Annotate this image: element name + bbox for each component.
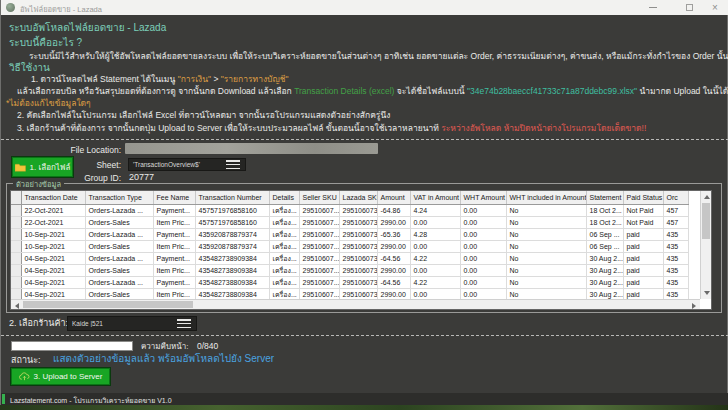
table-cell[interactable]: No: [506, 216, 586, 228]
table-cell[interactable]: 457: [663, 216, 688, 228]
table-cell[interactable]: paid: [623, 240, 663, 252]
table-row[interactable]: 10-Sep-2021Orders-SalesItem Pric...43592…: [11, 240, 688, 252]
scroll-right-icon[interactable]: [692, 303, 696, 309]
scroll-left-icon[interactable]: [15, 303, 19, 309]
shop-menu-icon[interactable]: [177, 319, 191, 328]
table-cell[interactable]: No: [506, 276, 586, 288]
table-cell[interactable]: 06 Sep ...: [586, 228, 623, 240]
shop-dropdown[interactable]: Kaide |521: [67, 316, 197, 331]
table-cell[interactable]: 295106073...: [339, 264, 377, 276]
table-row[interactable]: 04-Sep-2021Orders-SalesItem Pric...43548…: [11, 264, 688, 276]
column-header[interactable]: Paid Status: [623, 191, 663, 204]
column-header[interactable]: Transaction Date: [21, 191, 85, 204]
table-cell[interactable]: 18 Oct 2...: [586, 216, 623, 228]
column-header[interactable]: Lazada SKU: [339, 191, 377, 204]
table-cell[interactable]: Orders-Sales: [85, 216, 153, 228]
table-cell[interactable]: Orders-Lazada ...: [85, 204, 153, 216]
table-cell[interactable]: 30 Aug 2...: [586, 252, 623, 264]
table-cell[interactable]: 0.00: [460, 240, 506, 252]
table-cell[interactable]: Orders-Lazada ...: [85, 228, 153, 240]
table-cell[interactable]: 22-Oct-2021: [21, 204, 85, 216]
table-cell[interactable]: Item Pric...: [153, 240, 195, 252]
maximize-button[interactable]: [675, 0, 703, 15]
column-header[interactable]: Statement: [586, 191, 623, 204]
table-cell[interactable]: 2990.00: [377, 216, 410, 228]
table-cell[interactable]: No: [506, 228, 586, 240]
column-header[interactable]: Transaction Type: [85, 191, 153, 204]
table-cell[interactable]: Payment...: [153, 204, 195, 216]
table-cell[interactable]: 295106073...: [339, 240, 377, 252]
table-cell[interactable]: Orders-Sales: [85, 264, 153, 276]
table-cell[interactable]: 4.24: [410, 204, 460, 216]
table-cell[interactable]: เครื่อง...: [269, 264, 299, 276]
table-cell[interactable]: No: [506, 252, 586, 264]
table-cell[interactable]: 295106073...: [339, 204, 377, 216]
table-cell[interactable]: 04-Sep-2021: [21, 252, 85, 264]
table-cell[interactable]: 4.22: [410, 252, 460, 264]
sheet-dropdown[interactable]: 'TransactionOverview$': [128, 158, 246, 171]
table-cell[interactable]: 2990.00: [377, 240, 410, 252]
column-header[interactable]: Fee Name: [153, 191, 195, 204]
table-cell[interactable]: paid: [623, 264, 663, 276]
table-cell[interactable]: 0.00: [460, 276, 506, 288]
table-cell[interactable]: 0.00: [460, 264, 506, 276]
table-cell[interactable]: 457571976858160: [195, 216, 269, 228]
table-cell[interactable]: No: [506, 240, 586, 252]
table-cell[interactable]: 457: [663, 204, 688, 216]
table-cell[interactable]: -64.56: [377, 252, 410, 264]
table-cell[interactable]: 435482738909384: [195, 264, 269, 276]
table-cell[interactable]: 22-Oct-2021: [21, 216, 85, 228]
table-cell[interactable]: Item Pric...: [153, 216, 195, 228]
table-cell[interactable]: 295106073...: [339, 252, 377, 264]
table-cell[interactable]: Orders-Lazada ...: [85, 252, 153, 264]
table-cell[interactable]: 29510607...: [299, 204, 339, 216]
table-cell[interactable]: 295106073...: [339, 216, 377, 228]
table-cell[interactable]: 295106073...: [339, 228, 377, 240]
table-cell[interactable]: 04-Sep-2021: [21, 276, 85, 288]
table-cell[interactable]: เครื่อง...: [269, 204, 299, 216]
column-header[interactable]: VAT in Amount: [410, 191, 460, 204]
table-cell[interactable]: No: [506, 204, 586, 216]
table-cell[interactable]: 0.00: [460, 204, 506, 216]
table-cell[interactable]: เครื่อง...: [269, 276, 299, 288]
table-cell[interactable]: 4.28: [410, 228, 460, 240]
table-cell[interactable]: No: [506, 264, 586, 276]
column-header[interactable]: Orc: [663, 191, 688, 204]
table-cell[interactable]: -64.56: [377, 276, 410, 288]
table-cell[interactable]: paid: [623, 276, 663, 288]
table-cell[interactable]: 06 Sep ...: [586, 240, 623, 252]
table-cell[interactable]: 435920878879374: [195, 228, 269, 240]
table-cell[interactable]: Payment...: [153, 252, 195, 264]
table-cell[interactable]: Not Paid: [623, 216, 663, 228]
horizontal-scrollbar[interactable]: [11, 299, 700, 309]
upload-to-server-button[interactable]: 3. Upload to Server: [11, 368, 110, 385]
table-cell[interactable]: 0.00: [460, 216, 506, 228]
column-header[interactable]: Amount: [377, 191, 410, 204]
table-cell[interactable]: 2990.00: [377, 264, 410, 276]
table-cell[interactable]: Payment...: [153, 276, 195, 288]
table-cell[interactable]: Orders-Lazada ...: [85, 276, 153, 288]
table-cell[interactable]: 29510607...: [299, 216, 339, 228]
table-cell[interactable]: เครื่อง...: [269, 228, 299, 240]
table-cell[interactable]: -65.36: [377, 228, 410, 240]
table-cell[interactable]: 10-Sep-2021: [21, 228, 85, 240]
table-cell[interactable]: 04-Sep-2021: [21, 264, 85, 276]
table-cell[interactable]: 30 Aug 2...: [586, 264, 623, 276]
table-cell[interactable]: 295106073...: [339, 276, 377, 288]
table-cell[interactable]: 0.00: [460, 228, 506, 240]
table-cell[interactable]: paid: [623, 228, 663, 240]
table-cell[interactable]: 29510607...: [299, 228, 339, 240]
table-cell[interactable]: 29510607...: [299, 276, 339, 288]
table-row[interactable]: 22-Oct-2021Orders-SalesItem Pric...45757…: [11, 216, 688, 228]
table-cell[interactable]: Item Pric...: [153, 264, 195, 276]
table-cell[interactable]: 435: [663, 264, 688, 276]
close-button[interactable]: ×: [701, 0, 728, 15]
table-cell[interactable]: 0.00: [460, 252, 506, 264]
table-cell[interactable]: Payment...: [153, 228, 195, 240]
table-cell[interactable]: 457571976858160: [195, 204, 269, 216]
file-location-field[interactable]: [125, 143, 378, 154]
table-cell[interactable]: เครื่อง...: [269, 252, 299, 264]
table-cell[interactable]: 435: [663, 228, 688, 240]
table-cell[interactable]: 29510607...: [299, 264, 339, 276]
horizontal-scrollbar-thumb[interactable]: [23, 301, 193, 308]
